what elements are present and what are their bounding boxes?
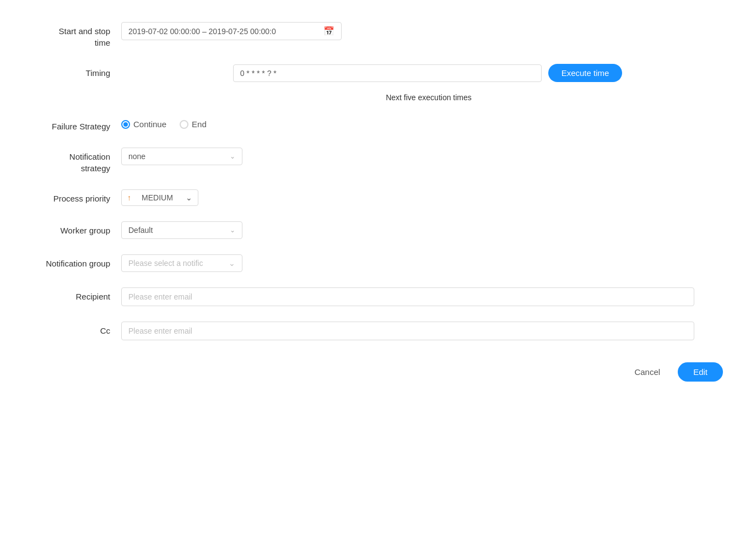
cc-row: Cc (22, 322, 734, 340)
footer-row: Cancel Edit (22, 362, 734, 382)
failure-continue-option[interactable]: Continue (121, 119, 166, 129)
failure-strategy-radio-group: Continue End (121, 117, 207, 129)
timing-row: Timing Execute time Next five execution … (22, 64, 734, 102)
notification-strategy-value: none (128, 152, 145, 161)
next-execution-text: Next five execution times (384, 93, 472, 102)
chevron-down-icon: ⌄ (230, 226, 235, 234)
chevron-down-icon: ⌄ (186, 193, 192, 202)
timing-field: Execute time Next five execution times (121, 64, 734, 102)
failure-strategy-field: Continue End (121, 117, 734, 129)
cancel-button[interactable]: Cancel (625, 363, 669, 381)
failure-end-label: End (192, 119, 207, 129)
worker-group-label: Worker group (22, 221, 121, 236)
failure-continue-label: Continue (133, 119, 166, 129)
calendar-icon: 📅 (323, 26, 334, 36)
notification-strategy-select[interactable]: none ⌄ (121, 148, 242, 165)
notification-group-label: Notification group (22, 254, 121, 269)
process-priority-value: MEDIUM (142, 193, 173, 202)
start-stop-label: Start and stop time (22, 22, 121, 48)
worker-group-select[interactable]: Default ⌄ (121, 221, 242, 239)
process-priority-row: Process priority ↑ MEDIUM ⌄ (22, 189, 734, 206)
edit-button[interactable]: Edit (678, 362, 723, 382)
notification-group-field: Please select a notific ⌄ (121, 254, 734, 272)
notification-strategy-row: Notification strategy none ⌄ (22, 148, 734, 174)
worker-group-value: Default (128, 226, 153, 235)
chevron-down-icon: ⌄ (229, 259, 235, 268)
notification-strategy-label: Notification strategy (22, 148, 121, 174)
timing-input[interactable] (233, 64, 542, 82)
datetime-picker[interactable]: 2019-07-02 00:00:00 – 2019-07-25 00:00:0… (121, 22, 342, 40)
recipient-field (121, 287, 734, 306)
recipient-input[interactable] (121, 287, 694, 306)
cc-label: Cc (22, 322, 121, 336)
failure-end-option[interactable]: End (180, 119, 207, 129)
cc-input[interactable] (121, 322, 694, 340)
form-container: Start and stop time 2019-07-02 00:00:00 … (22, 11, 734, 382)
start-stop-field: 2019-07-02 00:00:00 – 2019-07-25 00:00:0… (121, 22, 734, 40)
failure-continue-radio[interactable] (121, 120, 130, 129)
failure-strategy-label: Failure Strategy (22, 117, 121, 132)
worker-group-field: Default ⌄ (121, 221, 734, 239)
recipient-label: Recipient (22, 287, 121, 302)
priority-up-icon: ↑ (127, 193, 131, 202)
process-priority-field: ↑ MEDIUM ⌄ (121, 189, 734, 206)
worker-group-row: Worker group Default ⌄ (22, 221, 734, 239)
process-priority-label: Process priority (22, 189, 121, 204)
failure-end-radio[interactable] (180, 120, 188, 129)
notification-group-placeholder: Please select a notific (128, 259, 203, 268)
chevron-down-icon: ⌄ (230, 153, 235, 160)
timing-input-row: Execute time (233, 64, 623, 82)
notification-group-select[interactable]: Please select a notific ⌄ (121, 254, 242, 272)
cc-field (121, 322, 734, 340)
notification-strategy-field: none ⌄ (121, 148, 734, 165)
failure-strategy-row: Failure Strategy Continue End (22, 117, 734, 132)
notification-group-row: Notification group Please select a notif… (22, 254, 734, 272)
start-stop-row: Start and stop time 2019-07-02 00:00:00 … (22, 22, 734, 48)
execute-time-button[interactable]: Execute time (548, 64, 623, 82)
timing-label: Timing (22, 64, 121, 79)
process-priority-select[interactable]: ↑ MEDIUM ⌄ (121, 189, 198, 206)
recipient-row: Recipient (22, 287, 734, 306)
datetime-value: 2019-07-02 00:00:00 – 2019-07-25 00:00:0 (128, 27, 276, 36)
